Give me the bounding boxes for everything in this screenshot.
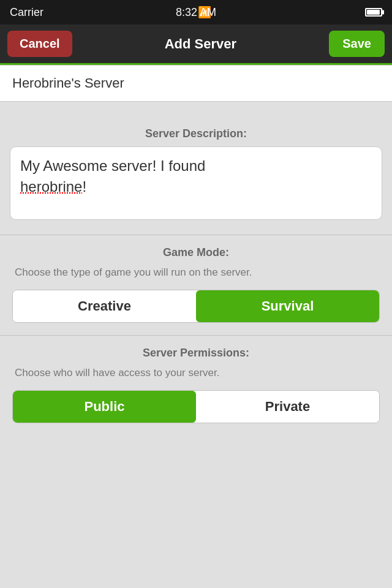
description-text: My Awesome server! I found herobrine! <box>20 156 372 197</box>
server-name-input[interactable] <box>12 75 380 91</box>
nav-title: Add Server <box>165 36 236 52</box>
public-segment[interactable]: Public <box>13 391 196 423</box>
description-label: Server Description: <box>0 116 392 146</box>
game-mode-control: Creative Survival <box>12 290 380 323</box>
permissions-section: Server Permissions: Choose who will have… <box>0 336 392 435</box>
private-segment[interactable]: Private <box>196 391 379 423</box>
permissions-label: Server Permissions: <box>12 336 380 366</box>
battery-icon <box>365 8 382 17</box>
carrier-label: Carrier <box>10 6 43 19</box>
status-time: 8:32 AM <box>176 6 216 19</box>
save-button[interactable]: Save <box>329 31 385 57</box>
game-mode-description: Choose the type of game you will run on … <box>12 265 380 280</box>
battery-container <box>365 8 382 17</box>
survival-segment[interactable]: Survival <box>196 290 379 322</box>
description-line1: My Awesome server! I found <box>20 157 205 174</box>
game-mode-label: Game Mode: <box>12 235 380 265</box>
creative-segment[interactable]: Creative <box>13 290 196 322</box>
nav-bar: Cancel Add Server Save <box>0 24 392 65</box>
description-section: Server Description: My Awesome server! I… <box>0 116 392 220</box>
permissions-description: Choose who will have access to your serv… <box>12 366 380 380</box>
spacer-1 <box>0 102 392 116</box>
server-name-container <box>0 65 392 102</box>
permissions-control: Public Private <box>12 390 380 423</box>
game-mode-section: Game Mode: Choose the type of game you w… <box>0 235 392 335</box>
misspelled-word: herobrine <box>20 178 82 195</box>
description-container[interactable]: My Awesome server! I found herobrine! <box>10 146 382 220</box>
content-area: Server Description: My Awesome server! I… <box>0 65 392 588</box>
status-bar: Carrier 📶 8:32 AM <box>0 0 392 24</box>
cancel-button[interactable]: Cancel <box>7 31 72 57</box>
spacer-2 <box>0 220 392 235</box>
description-line2: herobrine! <box>20 178 86 195</box>
